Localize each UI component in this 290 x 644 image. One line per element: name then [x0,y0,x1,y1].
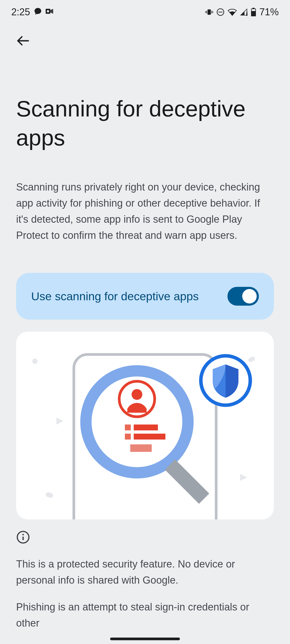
wifi-icon [228,8,237,16]
magnifier-icon [70,352,220,519]
svg-rect-19 [125,425,131,430]
page-title: Scanning for deceptive apps [16,94,274,152]
outlook-icon [46,6,54,18]
svg-rect-21 [125,434,131,440]
nav-handle[interactable] [110,638,180,640]
svg-rect-20 [134,425,158,430]
svg-point-15 [86,371,188,473]
svg-rect-23 [130,444,152,452]
status-time: 2:25 [11,6,30,18]
illustration-card: ▶ ▶ [16,332,274,519]
svg-rect-13 [251,11,256,16]
svg-rect-22 [134,434,165,440]
svg-point-27 [22,534,24,536]
svg-rect-4 [212,11,212,13]
svg-point-1 [47,10,49,13]
svg-rect-6 [213,12,213,13]
battery-label: 71% [259,6,279,18]
footer-text-1: This is a protected security feature. No… [16,556,274,588]
svg-rect-2 [208,9,211,15]
shield-icon [199,354,252,408]
vibrate-icon [205,8,213,16]
svg-rect-16 [165,459,209,504]
svg-rect-3 [206,11,207,13]
svg-rect-9 [246,13,247,16]
footer-text-2: Phishing is an attempt to steal sign-in … [16,599,274,631]
toggle-switch[interactable] [227,287,259,306]
status-right: 71% [205,6,279,18]
svg-rect-5 [205,12,206,13]
toggle-card[interactable]: Use scanning for deceptive apps [16,273,274,320]
chat-icon [34,6,42,18]
toggle-label: Use scanning for deceptive apps [31,288,217,305]
info-icon [16,530,274,545]
status-left: 2:25 [11,6,54,18]
page-description: Scanning runs privately right on your de… [16,179,274,243]
svg-point-10 [246,12,247,13]
signal-icon [240,8,248,16]
back-button[interactable] [16,44,30,49]
battery-icon [251,8,256,16]
dnd-icon [216,8,224,16]
status-bar: 2:25 71% [0,0,290,24]
svg-point-18 [132,389,142,400]
